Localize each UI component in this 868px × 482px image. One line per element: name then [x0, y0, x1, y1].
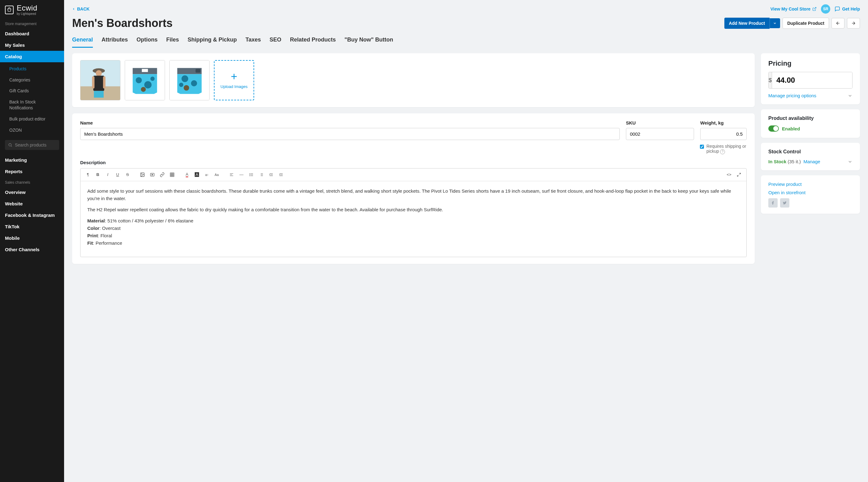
tb-strike[interactable]: S	[123, 170, 132, 179]
tb-table[interactable]	[168, 170, 177, 179]
tb-underline[interactable]: U	[113, 170, 122, 179]
tab-options[interactable]: Options	[136, 36, 158, 48]
tb-indent[interactable]	[277, 170, 285, 179]
subnav-ozon[interactable]: OZON	[0, 125, 64, 136]
subnav-products[interactable]: Products	[0, 63, 64, 75]
sku-label: SKU	[626, 120, 694, 125]
stock-manage-link[interactable]: Manage	[803, 159, 820, 164]
tb-image[interactable]	[138, 170, 147, 179]
align-icon	[229, 173, 234, 177]
help-link[interactable]: Get Help	[835, 6, 860, 12]
subnav-bulk-editor[interactable]: Bulk product editor	[0, 114, 64, 125]
tb-align[interactable]	[227, 170, 236, 179]
share-facebook-button[interactable]	[768, 198, 778, 207]
preview-product-link[interactable]: Preview product	[768, 181, 852, 187]
tb-ol[interactable]	[257, 170, 266, 179]
tb-text-color[interactable]: A	[183, 170, 191, 179]
nav-tiktok[interactable]: TikTok	[0, 221, 64, 232]
table-icon	[169, 172, 175, 177]
tab-seo[interactable]: SEO	[270, 36, 281, 48]
price-input[interactable]	[772, 72, 852, 88]
nav-reports[interactable]: Reports	[0, 166, 64, 177]
product-image-3[interactable]	[169, 60, 210, 101]
svg-point-18	[184, 85, 189, 91]
tb-italic[interactable]: I	[103, 170, 112, 179]
weight-input[interactable]	[700, 128, 747, 140]
sku-input[interactable]	[626, 128, 694, 140]
tb-code[interactable]: <>	[725, 170, 733, 179]
tab-attributes[interactable]: Attributes	[101, 36, 128, 48]
svg-point-11	[144, 81, 152, 89]
tab-taxes[interactable]: Taxes	[246, 36, 261, 48]
manage-pricing-link[interactable]: Manage pricing options	[768, 93, 852, 98]
list-ol-icon	[259, 173, 264, 177]
tb-paragraph[interactable]: ¶	[84, 170, 92, 179]
subnav-back-in-stock[interactable]: Back In Stock Notifications	[0, 97, 64, 114]
tab-related[interactable]: Related Products	[290, 36, 336, 48]
details-card: Name SKU Weight, kg	[72, 113, 755, 264]
tb-outdent[interactable]	[267, 170, 276, 179]
facebook-icon	[771, 201, 775, 205]
nav-my-sales[interactable]: My Sales	[0, 39, 64, 51]
avatar[interactable]: SR	[821, 4, 830, 13]
logo-icon	[5, 6, 13, 14]
next-product-button[interactable]	[847, 18, 860, 28]
enabled-toggle[interactable]	[768, 125, 779, 132]
tb-ul[interactable]	[247, 170, 256, 179]
product-image-1[interactable]	[80, 60, 120, 101]
description-label: Description	[80, 160, 747, 165]
svg-point-21	[142, 173, 142, 174]
nav-other-channels[interactable]: Other Channels	[0, 244, 64, 255]
product-image-2[interactable]	[125, 60, 165, 101]
external-link-icon	[812, 7, 816, 11]
tb-video[interactable]	[148, 170, 157, 179]
tab-buy-now[interactable]: "Buy Now" Button	[344, 36, 393, 48]
add-new-product-button[interactable]: Add New Product	[724, 18, 770, 29]
tb-fullscreen[interactable]	[735, 170, 743, 179]
nav-marketing[interactable]: Marketing	[0, 154, 64, 166]
logo[interactable]: Ecwid by Lightspeed	[0, 0, 64, 19]
tab-shipping[interactable]: Shipping & Pickup	[188, 36, 237, 48]
nav-facebook-instagram[interactable]: Facebook & Instagram	[0, 209, 64, 221]
add-new-product-dropdown[interactable]	[770, 18, 780, 28]
nav-website[interactable]: Website	[0, 198, 64, 209]
subnav-categories[interactable]: Categories	[0, 75, 64, 86]
logo-main: Ecwid	[17, 4, 37, 12]
svg-rect-7	[92, 76, 94, 88]
weight-label: Weight, kg	[700, 120, 747, 125]
back-link[interactable]: BACK	[72, 6, 90, 11]
prev-product-button[interactable]	[832, 18, 844, 28]
tab-general[interactable]: General	[72, 36, 93, 48]
svg-point-0	[9, 143, 11, 146]
tb-case[interactable]: Aa	[212, 170, 221, 179]
view-store-link[interactable]: View My Cool Store	[771, 6, 817, 11]
tb-link[interactable]	[158, 170, 166, 179]
svg-point-17	[191, 80, 197, 86]
section-store-management: Store management	[0, 19, 64, 28]
tb-bold[interactable]: B	[93, 170, 102, 179]
chevron-left-icon	[72, 7, 75, 11]
tb-bg-color[interactable]: A	[192, 170, 201, 179]
info-icon[interactable]: ?	[720, 149, 725, 154]
upload-images-button[interactable]: Upload Images	[214, 60, 254, 101]
tb-hr[interactable]: —	[237, 170, 246, 179]
tab-files[interactable]: Files	[166, 36, 179, 48]
nav-mobile[interactable]: Mobile	[0, 232, 64, 244]
nav-catalog[interactable]: Catalog	[0, 51, 64, 62]
nav-dashboard[interactable]: Dashboard	[0, 28, 64, 39]
duplicate-product-button[interactable]: Duplicate Product	[782, 18, 829, 29]
subnav-gift-cards[interactable]: Gift Cards	[0, 85, 64, 97]
links-card: Preview product Open in storefront	[761, 175, 860, 214]
chevron-down-icon	[773, 21, 777, 25]
svg-point-25	[250, 174, 250, 175]
open-storefront-link[interactable]: Open in storefront	[768, 190, 852, 195]
twitter-icon	[782, 201, 787, 205]
share-twitter-button[interactable]	[780, 198, 789, 207]
tb-font-size[interactable]: a↕	[203, 170, 211, 179]
name-input[interactable]	[80, 128, 620, 140]
search-products-input[interactable]: Search products	[5, 140, 59, 150]
nav-overview[interactable]: Overview	[0, 187, 64, 198]
editor-content[interactable]: Add some style to your surf sessions wit…	[81, 181, 746, 257]
chat-icon	[835, 6, 840, 12]
requires-shipping-checkbox[interactable]	[700, 145, 704, 149]
